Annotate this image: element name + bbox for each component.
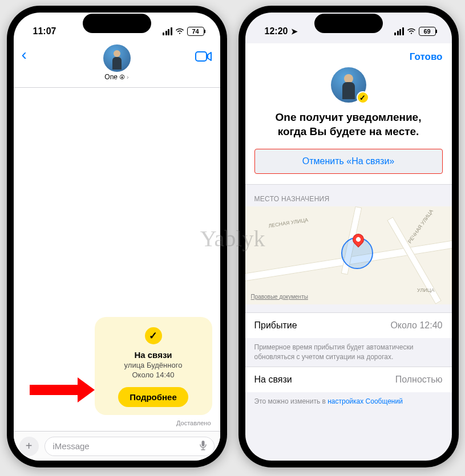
microphone-icon[interactable] <box>199 440 207 453</box>
checkin-mode-cell[interactable]: На связи Полностью <box>245 367 452 392</box>
arrival-note: Примерное время прибытия будет автоматич… <box>245 338 452 367</box>
plus-button[interactable]: + <box>19 437 39 456</box>
map-pin-icon <box>353 234 364 245</box>
svg-rect-1 <box>201 441 204 446</box>
messages-header: ‹ One ⦿ › <box>14 43 220 88</box>
status-time: 11:07 <box>33 26 56 36</box>
wifi-icon <box>407 28 416 35</box>
location-icon: ➤ <box>289 27 298 36</box>
cancel-checkin-button[interactable]: Отменить «На связи» <box>254 149 443 174</box>
cellular-icon <box>163 27 172 35</box>
phone-right: 12:20 ➤ 69 Готово ✓ One получит уведомле… <box>238 6 459 467</box>
back-button[interactable]: ‹ <box>22 46 39 64</box>
chevron-right-icon: › <box>127 74 129 80</box>
cellular-icon <box>394 27 404 35</box>
headline: One получит уведомление, когда Вы будете… <box>254 111 443 139</box>
checkmark-icon: ✓ <box>145 327 162 344</box>
arrival-value: Около 12:40 <box>390 320 442 331</box>
input-placeholder: iMessage <box>53 441 90 451</box>
card-title: На связи <box>134 350 172 360</box>
map-street-label: РЕЧНАЯ УЛИЦА <box>406 209 434 245</box>
card-street: улица Будённого <box>124 361 183 369</box>
arrival-cell[interactable]: Прибытие Около 12:40 <box>245 312 452 338</box>
map-street-label: ЛЕСНАЯ УЛИЦА <box>268 217 308 229</box>
checkin-sheet-header: Готово ✓ One получит уведомление, когда … <box>245 43 452 185</box>
card-eta: Около 14:40 <box>132 371 175 379</box>
arrival-label: Прибытие <box>254 320 297 331</box>
map-street-label: УЛИЦА <box>417 287 434 293</box>
chat-body: ✓ На связи улица Будённого Около 14:40 П… <box>14 88 220 431</box>
verified-icon: ⦿ <box>119 74 125 80</box>
checkin-note: Это можно изменить в настройках Сообщени… <box>245 392 452 411</box>
dynamic-island <box>314 14 383 33</box>
battery-icon: 74 <box>187 27 204 36</box>
facetime-button[interactable] <box>195 50 212 65</box>
destination-label: МЕСТО НАЗНАЧЕНИЯ <box>245 185 452 206</box>
done-button[interactable]: Готово <box>410 51 443 63</box>
dynamic-island <box>83 14 151 33</box>
annotation-arrow <box>30 377 95 402</box>
checkin-mode-label: На связи <box>254 375 292 385</box>
svg-rect-0 <box>196 52 207 61</box>
avatar <box>103 44 131 72</box>
map-legal-link[interactable]: Правовые документы <box>251 294 308 300</box>
checkmark-badge-icon: ✓ <box>357 91 369 104</box>
battery-icon: 69 <box>419 27 436 36</box>
contact-name: One <box>104 73 118 81</box>
message-input[interactable]: iMessage <box>45 437 215 456</box>
messages-settings-link[interactable]: настройках Сообщений <box>327 397 403 405</box>
delivered-label: Доставлено <box>176 420 211 426</box>
status-time: 12:20 ➤ <box>265 26 298 36</box>
input-bar: + iMessage <box>14 431 220 461</box>
wifi-icon <box>175 28 184 35</box>
checkin-card: ✓ На связи улица Будённого Около 14:40 П… <box>95 317 212 415</box>
details-button[interactable]: Подробнее <box>118 387 188 407</box>
contact-header[interactable]: One ⦿ › <box>103 44 131 81</box>
phone-left: 11:07 74 ‹ One ⦿ › <box>7 6 227 467</box>
checkin-mode-value: Полностью <box>395 375 443 385</box>
destination-map[interactable]: ЛЕСНАЯ УЛИЦА РЕЧНАЯ УЛИЦА УЛИЦА Правовые… <box>245 206 452 304</box>
